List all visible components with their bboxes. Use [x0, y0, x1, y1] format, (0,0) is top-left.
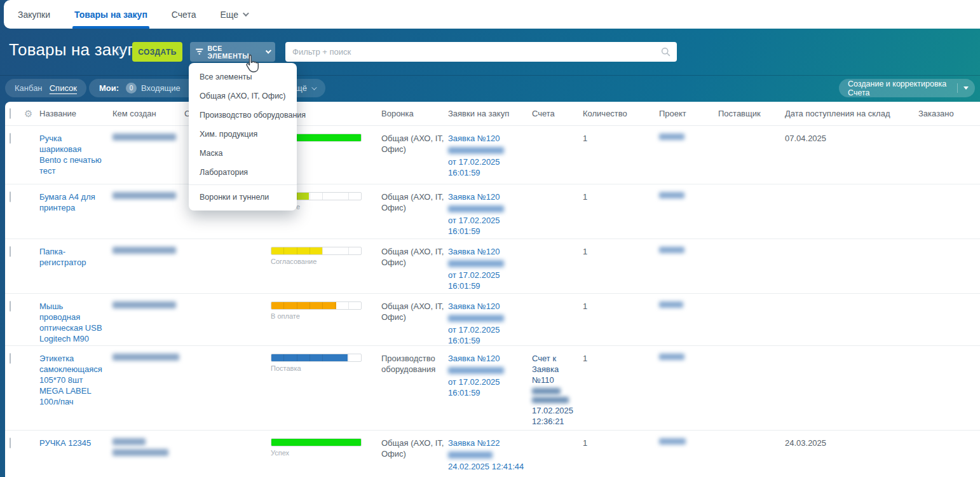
tab-2[interactable]: Товары на закуп [74, 0, 147, 29]
column-header-7[interactable]: Счета [529, 109, 580, 118]
bar-ticks [271, 247, 322, 254]
column-header-1[interactable]: Название [37, 109, 110, 118]
cell-quantity: 1 [580, 247, 657, 258]
favorite-star-icon[interactable]: ☆ [114, 44, 125, 59]
cell-stage: Поставка [268, 354, 379, 372]
cell-funnel: Производство оборудования [379, 354, 446, 375]
stage-label: Согласование [268, 258, 379, 265]
row-checkbox[interactable] [10, 133, 11, 144]
page: ЗакупкиТовары на закупСчетаЕще Товары на… [0, 0, 980, 477]
create-button[interactable]: СОЗДАТЬ [132, 42, 182, 62]
cell-funnel: Общая (АХО, IT, Офис) [379, 301, 446, 323]
row-checkbox[interactable] [10, 353, 11, 364]
tab-4[interactable]: Еще [220, 0, 247, 29]
chevron-down-icon [243, 10, 249, 17]
cell-select [5, 247, 23, 256]
view-switcher: Канбан Список [5, 79, 86, 97]
column-header-9[interactable]: Проект [657, 109, 716, 118]
item-name-link[interactable]: Папка-регистратор [39, 247, 103, 268]
item-name-link[interactable]: Бумага А4 для принтера [39, 192, 103, 214]
column-header-6[interactable]: Заявки на закуп [446, 109, 529, 118]
request-redacted [448, 260, 504, 267]
stage-progress-bar [271, 354, 362, 362]
project-redacted [659, 354, 684, 360]
row-checkbox[interactable] [10, 191, 11, 202]
request-link[interactable]: Заявка №120 [448, 301, 500, 311]
request-link[interactable]: Заявка №120 [448, 134, 500, 143]
view-kanban[interactable]: Канбан [15, 83, 43, 93]
column-header-5[interactable]: Воронка [379, 109, 446, 118]
cell-drag [23, 301, 37, 311]
menu-item-4[interactable]: Хим. продукция [189, 125, 297, 144]
cell-project [657, 247, 716, 253]
chevron-down-icon [265, 48, 271, 54]
request-date: от 17.02.2025 [448, 325, 529, 336]
cell-funnel: Общая (АХО, IT, Офис) [379, 247, 446, 268]
cell-drag [23, 134, 37, 143]
counter-incoming[interactable]: Входящие [141, 83, 180, 93]
cell-name: Ручка шариковая Bento с печатью тест [37, 134, 110, 177]
cell-creator [110, 301, 182, 312]
project-redacted [659, 134, 684, 140]
menu-item-5[interactable]: Маска [189, 144, 297, 163]
stage-progress-bar [271, 247, 362, 255]
cell-name: Этикетка самоклеющаяся 105*70 8шт MEGA L… [37, 354, 110, 407]
menu-item-1[interactable]: Все элементы [189, 67, 297, 86]
tab-label: Товары на закуп [74, 10, 147, 20]
request-date: 16:01:59 [448, 168, 529, 179]
cell-request: Заявка №120от 17.02.202516:01:59 [446, 354, 529, 399]
project-redacted [659, 192, 684, 198]
select-all-checkbox[interactable] [10, 108, 11, 119]
column-header-10[interactable]: Поставщик [716, 109, 782, 118]
stage-progress-bar [271, 301, 362, 310]
cell-name: Мышь проводная оптическая USB Logitech M… [37, 301, 110, 345]
cell-select [5, 301, 23, 311]
cell-quantity: 1 [580, 354, 657, 364]
cell-select [5, 438, 23, 448]
row-checkbox[interactable] [10, 438, 11, 448]
invoice-link-line[interactable]: Заявка [532, 364, 580, 375]
request-link[interactable]: Заявка №120 [448, 192, 500, 202]
caret-down-icon[interactable] [963, 86, 969, 90]
stage-label: В оплате [268, 312, 379, 320]
item-name-link[interactable]: РУЧКА 12345 [39, 438, 91, 449]
cell-quantity: 1 [580, 192, 657, 203]
request-link[interactable]: Заявка №122 [448, 438, 500, 448]
cell-request: Заявка №120от 17.02.202516:01:59 [446, 134, 529, 179]
request-link[interactable]: Заявка №120 [448, 247, 500, 256]
search-input[interactable] [285, 42, 677, 62]
cell-project [657, 354, 716, 360]
tab-3[interactable]: Счета [172, 0, 196, 29]
request-link[interactable]: Заявка №120 [448, 354, 500, 363]
cell-funnel: Общая (АХО, IT, Офис) [379, 134, 446, 155]
view-list-active[interactable]: Список [50, 83, 77, 93]
stage-label: Успех [268, 449, 379, 457]
row-checkbox[interactable] [10, 246, 11, 257]
cell-request: Заявка №120от 17.02.202516:01:59 [446, 192, 529, 237]
row-checkbox[interactable] [10, 301, 11, 312]
column-header-8[interactable]: Количество [580, 109, 657, 118]
creator-redacted [112, 134, 176, 141]
gear-icon[interactable]: ⚙ [24, 108, 32, 119]
menu-item-3[interactable]: Производство оборудования [189, 106, 297, 125]
smart-filter-button[interactable]: ВСЕ ЭЛЕМЕНТЫ [190, 42, 275, 62]
menu-item-6[interactable]: Лаборатория [189, 163, 297, 182]
invoice-redacted [532, 397, 569, 403]
invoice-robot-label: Создание и корректировка Счета [848, 80, 951, 97]
cell-select [5, 134, 23, 143]
column-header-2[interactable]: Кем создан [110, 109, 182, 118]
menu-item-funnels[interactable]: Воронки и туннели [189, 188, 297, 207]
item-name-link[interactable]: Мышь проводная оптическая USB Logitech M… [39, 301, 103, 345]
invoice-robot-button[interactable]: Создание и корректировка Счета [839, 79, 975, 97]
invoice-link-line[interactable]: №110 [532, 375, 580, 386]
column-header-12[interactable]: Заказано [916, 109, 980, 118]
cell-drag [23, 192, 37, 202]
column-header-11[interactable]: Дата поступления на склад [782, 109, 916, 118]
item-name-link[interactable]: Ручка шариковая Bento с печатью тест [39, 134, 103, 177]
item-name-link[interactable]: Этикетка самоклеющаяся 105*70 8шт MEGA L… [39, 354, 103, 407]
menu-item-2[interactable]: Общая (АХО, IT, Офис) [189, 86, 297, 106]
invoice-link-line[interactable]: Счет к [532, 354, 580, 364]
search-icon[interactable] [661, 47, 670, 57]
table-header: ⚙ НазваниеКем созданСВоронкаЗаявки на за… [5, 102, 980, 126]
tab-1[interactable]: Закупки [18, 0, 50, 29]
